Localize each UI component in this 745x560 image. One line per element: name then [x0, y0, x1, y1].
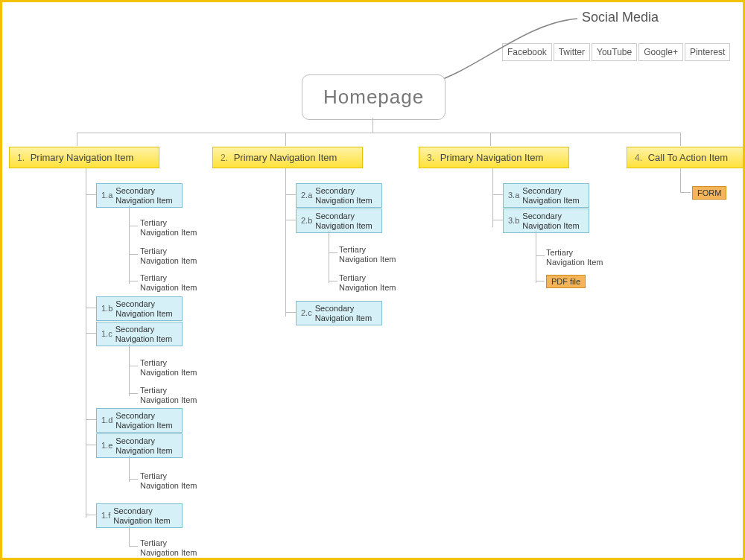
secondary-nav-1b-label: SecondaryNavigation Item — [115, 299, 172, 318]
secondary-nav-1a-label: SecondaryNavigation Item — [115, 186, 172, 205]
pdf-file-chip[interactable]: PDF file — [546, 275, 586, 288]
secondary-nav-1f-num: 1.f — [101, 511, 110, 521]
primary-nav-2-label: Primary Navigation Item — [234, 152, 337, 163]
secondary-nav-2b[interactable]: 2.b SecondaryNavigation Item — [296, 209, 382, 233]
secondary-nav-3b-num: 3.b — [508, 216, 519, 226]
secondary-nav-2c-num: 2.c — [301, 308, 312, 318]
tertiary-1a-1[interactable]: TertiaryNavigation Item — [140, 218, 215, 238]
primary-nav-1-num: 1. — [17, 153, 25, 163]
tertiary-1f-1[interactable]: TertiaryNavigation Item — [140, 538, 215, 558]
secondary-nav-1a[interactable]: 1.a SecondaryNavigation Item — [96, 183, 183, 208]
secondary-nav-1c[interactable]: 1.c SecondaryNavigation Item — [96, 322, 183, 346]
primary-nav-3[interactable]: 3. Primary Navigation Item — [419, 147, 569, 168]
secondary-nav-1f-label: SecondaryNavigation Item — [113, 506, 170, 525]
primary-nav-3-num: 3. — [427, 153, 434, 163]
primary-nav-2-num: 2. — [221, 153, 228, 163]
tertiary-1e-1[interactable]: TertiaryNavigation Item — [140, 471, 215, 491]
secondary-nav-2a-num: 2.a — [301, 191, 312, 200]
secondary-nav-1b-num: 1.b — [101, 304, 112, 314]
secondary-nav-1f[interactable]: 1.f SecondaryNavigation Item — [96, 503, 183, 528]
secondary-nav-2a[interactable]: 2.a SecondaryNavigation Item — [296, 183, 382, 208]
secondary-nav-2a-label: SecondaryNavigation Item — [315, 186, 372, 205]
secondary-nav-1d-label: SecondaryNavigation Item — [115, 411, 172, 430]
primary-nav-4-label: Call To Action Item — [648, 152, 728, 163]
tertiary-2b-2[interactable]: TertiaryNavigation Item — [339, 273, 413, 293]
primary-nav-2[interactable]: 2. Primary Navigation Item — [212, 147, 363, 168]
secondary-nav-1e-num: 1.e — [101, 441, 112, 451]
tertiary-2b-1[interactable]: TertiaryNavigation Item — [339, 245, 413, 264]
secondary-nav-1a-num: 1.a — [101, 191, 112, 200]
secondary-nav-2c[interactable]: 2.c SecondaryNavigation Item — [296, 301, 382, 325]
secondary-nav-2b-num: 2.b — [301, 216, 312, 226]
primary-nav-1[interactable]: 1. Primary Navigation Item — [9, 147, 159, 168]
primary-nav-3-label: Primary Navigation Item — [440, 152, 544, 163]
tertiary-1a-3[interactable]: TertiaryNavigation Item — [140, 273, 215, 293]
form-chip[interactable]: FORM — [692, 186, 726, 200]
secondary-nav-2b-label: SecondaryNavigation Item — [315, 211, 372, 230]
tertiary-3b-1[interactable]: TertiaryNavigation Item — [546, 248, 621, 267]
secondary-nav-1d-num: 1.d — [101, 416, 112, 425]
secondary-nav-1c-label: SecondaryNavigation Item — [115, 325, 172, 343]
secondary-nav-1d[interactable]: 1.d SecondaryNavigation Item — [96, 408, 183, 433]
secondary-nav-3a-label: SecondaryNavigation Item — [522, 186, 579, 205]
secondary-nav-1c-num: 1.c — [101, 329, 112, 339]
secondary-nav-2c-label: SecondaryNavigation Item — [315, 304, 372, 322]
primary-nav-4-num: 4. — [635, 153, 642, 163]
tertiary-1a-2[interactable]: TertiaryNavigation Item — [140, 246, 215, 266]
root-node-homepage[interactable]: Homepage — [302, 74, 446, 120]
tertiary-1c-1[interactable]: TertiaryNavigation Item — [140, 358, 215, 378]
primary-nav-1-label: Primary Navigation Item — [31, 152, 134, 163]
secondary-nav-1b[interactable]: 1.b SecondaryNavigation Item — [96, 296, 183, 321]
secondary-nav-3b-label: SecondaryNavigation Item — [522, 211, 579, 230]
secondary-nav-1e[interactable]: 1.e SecondaryNavigation Item — [96, 433, 183, 458]
primary-nav-4[interactable]: 4. Call To Action Item — [627, 147, 745, 168]
tertiary-1c-2[interactable]: TertiaryNavigation Item — [140, 386, 215, 405]
secondary-nav-3b[interactable]: 3.b SecondaryNavigation Item — [503, 209, 589, 233]
secondary-nav-1e-label: SecondaryNavigation Item — [115, 436, 172, 455]
secondary-nav-3a[interactable]: 3.a SecondaryNavigation Item — [503, 183, 589, 208]
secondary-nav-3a-num: 3.a — [508, 191, 519, 200]
